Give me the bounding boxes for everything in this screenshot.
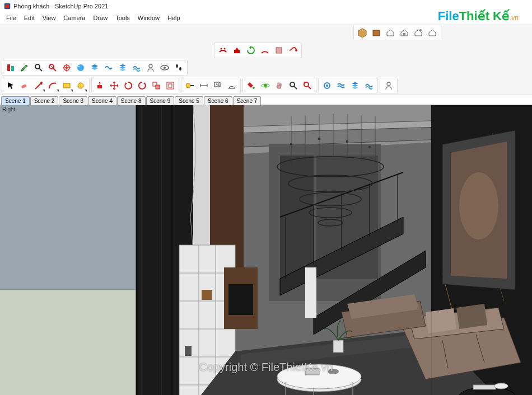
scene-tab[interactable]: Scene 5 bbox=[175, 96, 203, 105]
text-tool-icon[interactable]: A1 bbox=[211, 79, 225, 92]
eye-icon[interactable] bbox=[158, 61, 171, 74]
scene-tab[interactable]: Scene 7 bbox=[233, 96, 262, 105]
eraser-tool-icon[interactable] bbox=[18, 79, 31, 92]
menu-window[interactable]: Window bbox=[134, 13, 164, 22]
layers2-icon[interactable] bbox=[116, 61, 129, 74]
fog-icon[interactable] bbox=[334, 79, 348, 92]
svg-point-31 bbox=[78, 83, 83, 88]
svg-rect-84 bbox=[228, 284, 253, 315]
sandbox-stamp-icon[interactable] bbox=[230, 44, 244, 57]
svg-point-108 bbox=[318, 138, 320, 140]
target-icon[interactable] bbox=[60, 61, 73, 74]
intersect-icon[interactable] bbox=[46, 61, 59, 74]
3d-warehouse-icon[interactable] bbox=[356, 26, 369, 39]
svg-rect-34 bbox=[156, 85, 160, 89]
brand-part2: Thiết Kế bbox=[459, 9, 510, 23]
house-white-icon[interactable] bbox=[384, 26, 397, 39]
rotate2-tool-icon[interactable] bbox=[136, 79, 149, 92]
dimension-tool-icon[interactable] bbox=[197, 79, 211, 92]
move-tool-icon[interactable] bbox=[108, 79, 121, 92]
svg-rect-30 bbox=[63, 83, 70, 88]
svg-point-44 bbox=[253, 87, 255, 89]
house-outline-icon[interactable] bbox=[426, 26, 439, 39]
view-toolbar bbox=[2, 60, 188, 76]
extension-warehouse-icon[interactable] bbox=[370, 26, 383, 39]
svg-rect-11 bbox=[11, 66, 14, 71]
rotate-tool-icon[interactable] bbox=[122, 79, 135, 92]
sandbox-smoove-icon[interactable] bbox=[216, 44, 230, 57]
svg-point-131 bbox=[328, 369, 339, 374]
paint-tool-icon[interactable] bbox=[245, 79, 258, 92]
house-share-icon[interactable] bbox=[412, 26, 425, 39]
zoom-tool-icon[interactable] bbox=[287, 79, 300, 92]
svg-point-22 bbox=[78, 66, 80, 67]
svg-rect-8 bbox=[276, 48, 282, 53]
svg-rect-1 bbox=[6, 4, 10, 8]
person-icon[interactable] bbox=[144, 61, 157, 74]
align-icon[interactable] bbox=[4, 61, 17, 74]
scene-tab[interactable]: Scene 2 bbox=[30, 96, 59, 105]
section-toolbar bbox=[318, 78, 378, 93]
rotate-green-icon[interactable] bbox=[244, 44, 258, 57]
user-avatar-icon[interactable] bbox=[382, 79, 395, 92]
svg-marker-115 bbox=[426, 308, 456, 333]
section-cut-icon[interactable] bbox=[362, 79, 376, 92]
svg-point-109 bbox=[346, 140, 348, 143]
principal-toolbar bbox=[2, 78, 90, 93]
palette-icon[interactable] bbox=[74, 61, 87, 74]
model-viewport[interactable]: Right bbox=[0, 105, 532, 395]
followme-icon[interactable] bbox=[286, 44, 300, 57]
pencil-red-icon[interactable] bbox=[18, 61, 31, 74]
menu-file[interactable]: File bbox=[2, 13, 20, 22]
svg-rect-85 bbox=[202, 290, 212, 300]
outliner-icon[interactable] bbox=[102, 61, 115, 74]
menu-help[interactable]: Help bbox=[164, 13, 184, 22]
menu-camera[interactable]: Camera bbox=[59, 13, 89, 22]
layers3-icon[interactable] bbox=[130, 61, 143, 74]
svg-rect-36 bbox=[169, 84, 172, 87]
scene-tab[interactable]: Scene 4 bbox=[88, 96, 116, 105]
scene-tab[interactable]: Scene 9 bbox=[146, 96, 175, 105]
box-icon[interactable] bbox=[272, 44, 286, 57]
menu-tools[interactable]: Tools bbox=[111, 13, 134, 22]
section-icon[interactable] bbox=[348, 79, 362, 92]
rectangle-tool-icon[interactable] bbox=[60, 79, 73, 92]
zoom-extents-icon[interactable] bbox=[301, 79, 314, 92]
footprints-icon[interactable] bbox=[172, 61, 185, 74]
brand-part1: File bbox=[438, 9, 459, 23]
zoom-icon[interactable] bbox=[32, 61, 45, 74]
menu-draw[interactable]: Draw bbox=[89, 13, 111, 22]
offset-tool-icon[interactable] bbox=[164, 79, 177, 92]
scene-tabs: Scene 1 Scene 2 Scene 3 Scene 4 Scene 8 … bbox=[0, 95, 532, 105]
layers-icon[interactable] bbox=[88, 61, 101, 74]
construction-toolbar: A1 bbox=[181, 78, 241, 93]
protractor-tool-icon[interactable] bbox=[225, 79, 239, 92]
select-tool-icon[interactable] bbox=[4, 79, 17, 92]
scene-tab[interactable]: Scene 6 bbox=[204, 96, 232, 105]
scene-tab[interactable]: Scene 8 bbox=[117, 96, 146, 105]
brand-suffix: .vn bbox=[510, 14, 519, 22]
scene-tab[interactable]: Scene 1 bbox=[1, 96, 30, 105]
svg-rect-35 bbox=[167, 82, 174, 89]
menu-edit[interactable]: Edit bbox=[20, 13, 39, 22]
line-tool-icon[interactable] bbox=[32, 79, 45, 92]
orbit-tool-icon[interactable] bbox=[259, 79, 272, 92]
scene-tab[interactable]: Scene 3 bbox=[59, 96, 87, 105]
pan-tool-icon[interactable] bbox=[273, 79, 286, 92]
circle-tool-icon[interactable] bbox=[74, 79, 87, 92]
svg-line-15 bbox=[53, 68, 56, 71]
pushpull-tool-icon[interactable] bbox=[94, 79, 107, 92]
menu-view[interactable]: View bbox=[39, 13, 60, 22]
svg-line-16 bbox=[50, 65, 53, 68]
shadow-icon[interactable] bbox=[320, 79, 334, 92]
scale-tool-icon[interactable] bbox=[150, 79, 163, 92]
svg-point-53 bbox=[387, 82, 390, 86]
arc-tool-icon[interactable] bbox=[46, 79, 59, 92]
arc-red-icon[interactable] bbox=[258, 44, 272, 57]
svg-point-110 bbox=[368, 146, 371, 148]
tape-tool-icon[interactable] bbox=[183, 79, 197, 92]
svg-point-107 bbox=[290, 143, 292, 145]
svg-point-124 bbox=[494, 383, 508, 389]
house-open-icon[interactable] bbox=[398, 26, 411, 39]
svg-point-26 bbox=[176, 64, 178, 68]
